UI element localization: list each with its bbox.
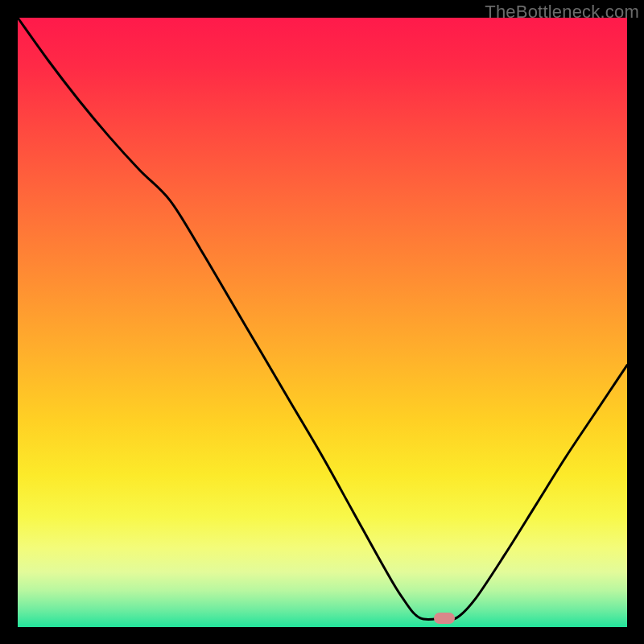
- watermark-text: TheBottleneck.com: [485, 2, 639, 23]
- plot-gradient-background: [18, 18, 627, 627]
- chart-frame: TheBottleneck.com: [0, 0, 644, 644]
